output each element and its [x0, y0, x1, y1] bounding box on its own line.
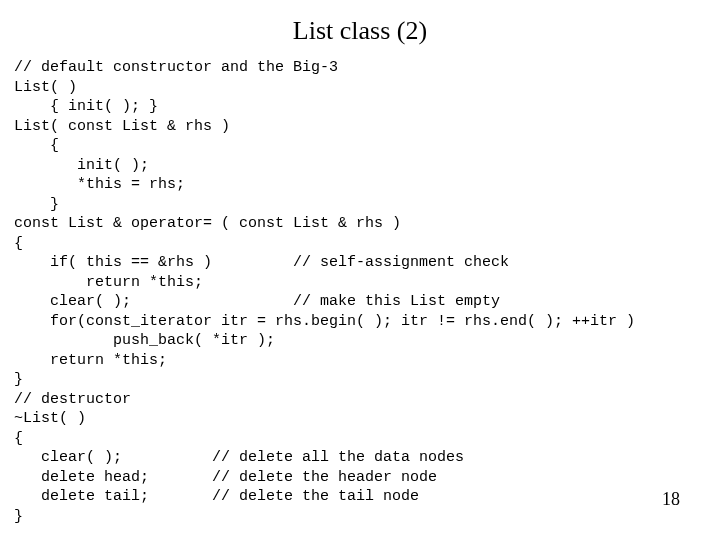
code-block: // default constructor and the Big-3 Lis…: [14, 58, 706, 526]
slide: List class (2) // default constructor an…: [0, 0, 720, 540]
page-number: 18: [662, 489, 680, 510]
slide-title: List class (2): [14, 16, 706, 46]
